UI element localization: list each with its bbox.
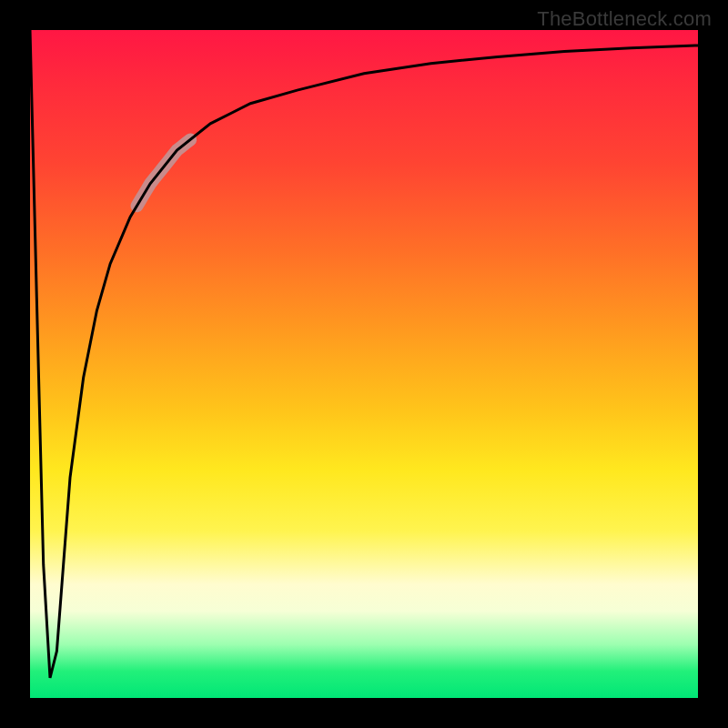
attribution-text: TheBottleneck.com xyxy=(537,7,712,31)
plot-area xyxy=(30,30,698,698)
curve-layer xyxy=(30,30,698,698)
chart-frame: TheBottleneck.com xyxy=(0,0,728,728)
highlight-segment xyxy=(136,139,190,206)
main-curve xyxy=(30,30,698,678)
